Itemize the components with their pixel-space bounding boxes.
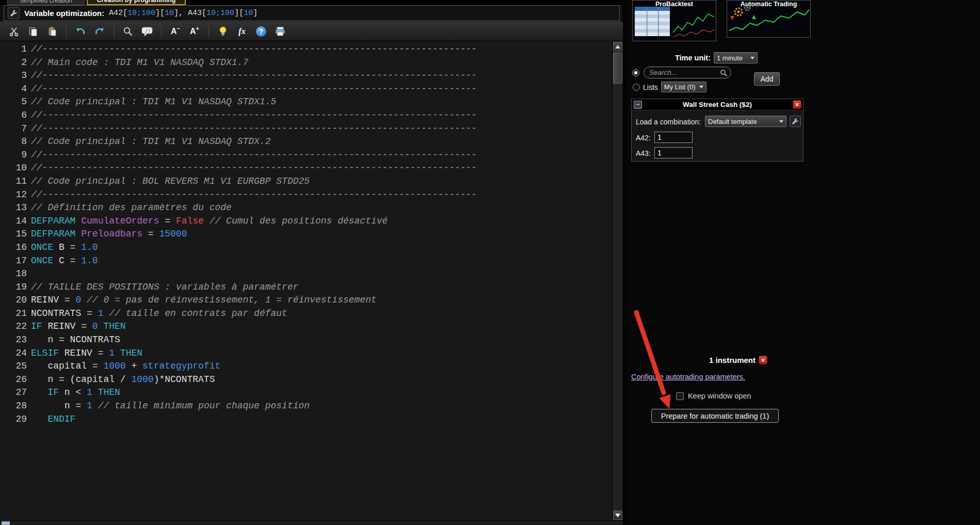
- code-line: 10//------------------------------------…: [0, 162, 612, 175]
- search-row: [632, 67, 731, 78]
- code-line: 17ONCE C = 1.0: [0, 254, 612, 268]
- code-line: 29 ENDIF: [0, 413, 612, 426]
- close-instrument-button[interactable]: ×: [793, 100, 801, 109]
- code-line: 12//------------------------------------…: [0, 188, 612, 202]
- code-line: 8// Code principal : TDI M1 V1 NASDAQ ST…: [0, 135, 612, 149]
- code-line: 9//-------------------------------------…: [0, 149, 612, 162]
- svg-text://: //: [145, 28, 151, 33]
- param-a42-input[interactable]: [654, 132, 693, 143]
- keep-window-label: Keep window open: [688, 392, 751, 400]
- code-area[interactable]: 1//-------------------------------------…: [0, 41, 612, 520]
- tab-creation-by-programming[interactable]: Creation by programming: [87, 0, 186, 5]
- zoom-button[interactable]: [120, 24, 136, 39]
- lists-row: Lists My List (0): [633, 82, 706, 92]
- code-line: 25 capital = 1000 + strategyprofit: [0, 360, 612, 373]
- code-line: 23 n = NCONTRATS: [0, 333, 612, 347]
- insert-function-button[interactable]: fx: [234, 24, 250, 39]
- editor-scrollbar[interactable]: [612, 41, 622, 520]
- comment-icon: //: [141, 26, 153, 37]
- code-line: 13// Définition des paramètres du code: [0, 201, 612, 215]
- code-line: 2// Main code : TDI M1 V1 NASDAQ STDX1.7: [0, 56, 612, 70]
- prepare-automatic-trading-button[interactable]: Prepare for automatic trading (1): [651, 409, 779, 423]
- editor-toolbar: // A− A+ fx ?: [0, 22, 623, 41]
- lists-label: Lists: [643, 83, 658, 91]
- zoom-icon: [122, 26, 134, 37]
- print-button[interactable]: [272, 24, 288, 39]
- undo-button[interactable]: [73, 24, 88, 39]
- variable-optimization-bar: Variable optimization: A42[10;100][10], …: [4, 5, 620, 21]
- search-input[interactable]: [649, 69, 717, 76]
- time-unit-value: 1 minute: [717, 54, 743, 62]
- hint-bulb-icon: [218, 26, 228, 37]
- template-dropdown[interactable]: Default template: [705, 116, 786, 127]
- wrench-icon: [10, 9, 18, 17]
- copy-button[interactable]: [25, 24, 41, 39]
- instrument-count-label: 1 instrument: [709, 356, 756, 364]
- insert-function-icon: fx: [238, 26, 246, 37]
- redo-button[interactable]: [92, 24, 107, 39]
- lists-mode-radio[interactable]: [633, 84, 640, 91]
- add-button[interactable]: Add: [754, 72, 780, 86]
- scroll-up-button[interactable]: [613, 42, 622, 51]
- param-a43-input[interactable]: [654, 147, 693, 158]
- remove-instrument-button[interactable]: ×: [759, 356, 767, 364]
- collapse-button[interactable]: −: [634, 101, 642, 109]
- instrument-panel: − Wall Street Cash ($2) × Load a combina…: [631, 99, 804, 162]
- bottom-panel-edge: [0, 520, 623, 525]
- wrench-icon: [792, 118, 799, 125]
- probacktest-preview[interactable]: ProBacktest: [632, 0, 716, 41]
- code-line: 7//-------------------------------------…: [0, 122, 612, 136]
- code-line: 15DEFPARAM Preloadbars = 15000: [0, 228, 612, 241]
- configure-autotrading-link[interactable]: Configure autotrading parameters.: [631, 373, 745, 381]
- search-mode-radio[interactable]: [632, 69, 639, 76]
- code-line: 3//-------------------------------------…: [0, 69, 612, 83]
- lists-dropdown[interactable]: My List (0): [661, 82, 706, 92]
- template-settings-button[interactable]: [790, 116, 801, 127]
- time-unit-dropdown[interactable]: 1 minute: [714, 52, 758, 63]
- hint-button[interactable]: [215, 24, 231, 39]
- triangle-up-icon: [615, 45, 620, 49]
- font-increase-button[interactable]: A+: [187, 24, 202, 39]
- automatic-trading-preview-label: Automatic Trading: [727, 1, 810, 8]
- instrument-panel-header: − Wall Street Cash ($2) ×: [632, 99, 803, 110]
- tab-simplified-creation[interactable]: Simplified creation: [7, 0, 85, 5]
- font-decrease-icon: A−: [171, 27, 180, 36]
- template-value: Default template: [708, 118, 757, 125]
- undo-icon: [75, 26, 86, 37]
- code-line: 1//-------------------------------------…: [0, 43, 612, 56]
- keep-window-row: Keep window open: [676, 392, 751, 400]
- variable-optimization-settings-button[interactable]: [8, 7, 20, 19]
- help-icon: ?: [256, 26, 266, 37]
- cut-button[interactable]: [6, 24, 22, 39]
- scroll-down-button[interactable]: [613, 511, 622, 520]
- chevron-down-icon: [750, 57, 754, 59]
- toolbar-separator: [208, 25, 209, 38]
- varopt-expression: A42[10;100][10], A43[10;100][10]: [109, 9, 258, 18]
- font-decrease-button[interactable]: A−: [168, 24, 183, 39]
- comment-button[interactable]: //: [139, 24, 155, 39]
- instrument-panel-body: Load a combination: Default template A42…: [632, 110, 803, 161]
- code-line: 24ELSIF REINV = 1 THEN: [0, 347, 612, 360]
- search-box[interactable]: [644, 67, 731, 78]
- param-a42-label: A42:: [636, 134, 651, 142]
- paste-button[interactable]: [44, 24, 60, 39]
- editor-tabs: Simplified creation Creation by programm…: [0, 0, 623, 5]
- time-unit-label: Time unit:: [675, 54, 711, 62]
- code-line: 20REINV = 0 // 0 = pas de réinvestisseme…: [0, 294, 612, 307]
- param-a43-label: A43:: [636, 149, 651, 157]
- code-line: 19// TAILLE DES POSITIONS : variables à …: [0, 281, 612, 294]
- lists-value: My List (0): [664, 83, 696, 91]
- code-line: 27 IF n < 1 THEN: [0, 386, 612, 400]
- code-editor-pane: Simplified creation Creation by programm…: [0, 0, 623, 525]
- automatic-trading-preview[interactable]: Automatic Trading: [727, 0, 811, 38]
- toolbar-separator: [66, 25, 67, 38]
- font-increase-icon: A+: [190, 27, 199, 36]
- cut-icon: [9, 26, 19, 37]
- scrollbar-thumb[interactable]: [613, 53, 622, 84]
- time-unit-row: Time unit: 1 minute: [627, 52, 758, 63]
- help-button[interactable]: ?: [253, 24, 269, 39]
- code-lines: 1//-------------------------------------…: [0, 43, 612, 426]
- keep-window-checkbox[interactable]: [676, 392, 684, 400]
- paste-icon: [47, 26, 57, 37]
- redo-icon: [94, 26, 105, 37]
